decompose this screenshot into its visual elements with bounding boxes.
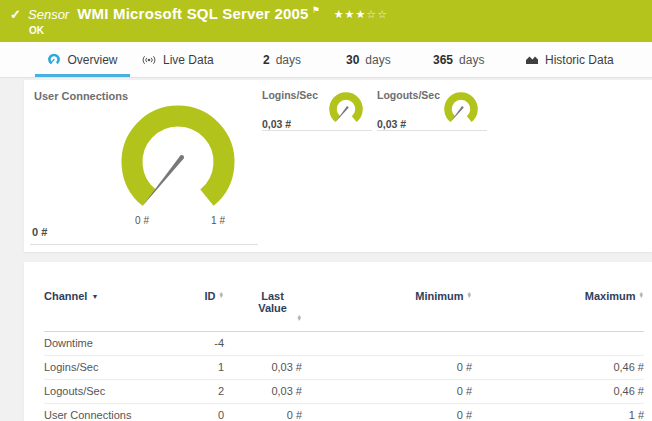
sensor-title: WMI Microsoft SQL Server 2005: [77, 5, 308, 22]
object-kind-label: Sensor: [28, 7, 69, 22]
table-row[interactable]: Logouts/Sec 2 0,03 # 0 # 0,46 #: [44, 379, 644, 403]
channel-minimum: 0 #: [302, 355, 472, 379]
main-gauge-value: 0 #: [32, 226, 47, 238]
channels-table-panel: Channel▼ ID▲▼ Last Value▲▼ Minimum▲▼ Max…: [24, 262, 652, 421]
channel-maximum: [472, 331, 644, 355]
tab-2-days[interactable]: 2 days: [263, 42, 301, 77]
table-row[interactable]: Logins/Sec 1 0,03 # 0 # 0,46 #: [44, 355, 644, 379]
channel-name[interactable]: Downtime: [44, 331, 176, 355]
channel-id: 0: [176, 403, 224, 421]
channel-minimum: 0 #: [302, 379, 472, 403]
sort-icon[interactable]: ▲▼: [297, 315, 302, 322]
channel-name[interactable]: Logouts/Sec: [44, 379, 176, 403]
sensor-status-banner: ✓ Sensor WMI Microsoft SQL Server 2005 ⚑…: [0, 0, 652, 42]
sort-desc-icon[interactable]: ▼: [91, 293, 98, 300]
status-check-icon: ✓: [10, 7, 21, 22]
logouts-gauge: [440, 88, 482, 130]
sensor-status-text: OK: [29, 25, 44, 36]
channel-last-value: [224, 331, 302, 355]
column-header-id-label: ID: [205, 290, 216, 302]
tab-overview-label: Overview: [67, 53, 117, 67]
column-header-minimum[interactable]: Minimum▲▼: [302, 282, 472, 331]
stars-empty[interactable]: ☆☆: [366, 8, 388, 20]
logouts-gauge-value: 0,03 #: [377, 118, 406, 130]
logouts-gauge-title: Logouts/Sec: [377, 89, 440, 101]
tab-365-days-unit: days: [459, 53, 484, 67]
priority-flag-icon[interactable]: ⚑: [312, 5, 320, 15]
column-header-maximum-label: Maximum: [585, 290, 636, 302]
column-header-maximum[interactable]: Maximum▲▼: [472, 282, 644, 331]
stars-filled[interactable]: ★★★: [334, 8, 367, 20]
tab-365-days-number: 365: [433, 53, 453, 67]
channel-name[interactable]: User Connections: [44, 403, 176, 421]
channels-table: Channel▼ ID▲▼ Last Value▲▼ Minimum▲▼ Max…: [44, 282, 644, 421]
logins-gauge: [325, 88, 367, 130]
channel-maximum: 0,46 #: [472, 379, 644, 403]
channel-id: -4: [176, 331, 224, 355]
sort-icon[interactable]: ▲▼: [639, 292, 644, 299]
priority-stars[interactable]: ★★★☆☆: [334, 8, 388, 21]
sort-icon[interactable]: ▲▼: [467, 292, 472, 299]
column-header-channel-label: Channel: [44, 290, 87, 302]
channel-name[interactable]: Logins/Sec: [44, 355, 176, 379]
main-gauge-scale-min: 0 #: [135, 215, 149, 226]
column-header-last-value[interactable]: Last Value▲▼: [224, 282, 302, 331]
channel-maximum: 1 #: [472, 403, 644, 421]
tab-historic-data-label: Historic Data: [545, 53, 614, 67]
tab-2-days-unit: days: [276, 53, 301, 67]
channel-last-value: 0,03 #: [224, 379, 302, 403]
gauge-icon: [47, 53, 61, 66]
table-row[interactable]: Downtime -4: [44, 331, 644, 355]
tab-30-days-unit: days: [365, 53, 390, 67]
channel-id: 1: [176, 355, 224, 379]
column-header-minimum-label: Minimum: [415, 290, 463, 302]
divider: [377, 130, 487, 131]
table-row[interactable]: User Connections 0 0 # 0 # 1 #: [44, 403, 644, 421]
historic-chart-icon: [525, 54, 539, 65]
sort-icon[interactable]: ▲▼: [219, 292, 224, 299]
channel-minimum: 0 #: [302, 403, 472, 421]
column-header-id[interactable]: ID▲▼: [176, 282, 224, 331]
logins-gauge-value: 0,03 #: [262, 118, 291, 130]
channel-minimum: [302, 331, 472, 355]
tab-historic-data[interactable]: Historic Data: [525, 42, 614, 77]
tab-overview[interactable]: Overview: [35, 42, 130, 77]
divider: [30, 244, 258, 245]
channel-id: 2: [176, 379, 224, 403]
column-header-last-value-label: Last Value: [252, 290, 294, 314]
tab-2-days-number: 2: [263, 53, 270, 67]
tab-30-days-number: 30: [346, 53, 359, 67]
divider: [262, 130, 372, 131]
tab-live-data-label: Live Data: [163, 53, 214, 67]
column-header-channel[interactable]: Channel▼: [44, 282, 176, 331]
live-signal-icon: [141, 54, 157, 66]
channel-last-value: 0,03 #: [224, 355, 302, 379]
channel-last-value: 0 #: [224, 403, 302, 421]
tab-live-data[interactable]: Live Data: [141, 42, 214, 77]
sensor-tab-bar: Overview Live Data 2 days 30 days 365 da…: [0, 42, 652, 78]
channel-maximum: 0,46 #: [472, 355, 644, 379]
tab-365-days[interactable]: 365 days: [433, 42, 484, 77]
logins-gauge-title: Logins/Sec: [262, 89, 318, 101]
active-tab-underline: [35, 74, 130, 77]
user-connections-gauge: [113, 90, 243, 214]
main-gauge-scale-max: 1 #: [211, 215, 225, 226]
overview-gauges-panel: User Connections 0 # 1 # 0 # Logins/Sec …: [24, 80, 652, 252]
tab-30-days[interactable]: 30 days: [346, 42, 391, 77]
